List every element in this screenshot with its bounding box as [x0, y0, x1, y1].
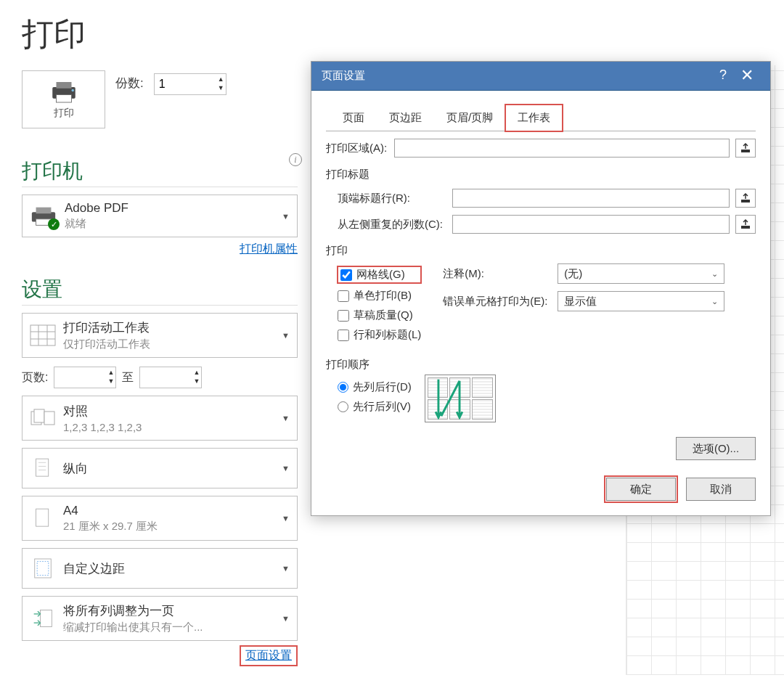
order-down-radio[interactable] [338, 382, 348, 393]
page-setup-link[interactable]: 页面设置 [245, 649, 292, 661]
comments-label: 注释(M): [443, 267, 552, 281]
tab-header-footer[interactable]: 页眉/页脚 [434, 105, 505, 131]
order-over-then-down-row[interactable]: 先行后列(V) [338, 400, 412, 414]
print-area-input[interactable] [394, 139, 730, 158]
chevron-down-icon: ⌄ [711, 297, 718, 306]
tab-margins[interactable]: 页边距 [377, 105, 434, 131]
copies-label: 份数: [115, 75, 144, 91]
gridlines-checkbox[interactable] [340, 269, 352, 281]
bw-checkbox[interactable] [338, 290, 349, 302]
chevron-down-icon: ▼ [282, 564, 290, 573]
printer-status: 就绪 [65, 217, 277, 231]
page-setup-link-highlight: 页面设置 [240, 645, 298, 666]
gridlines-checkbox-row[interactable]: 网格线(G) [338, 266, 421, 283]
printer-properties-link[interactable]: 打印机属性 [240, 242, 298, 255]
settings-section-header: 设置 [22, 276, 298, 306]
chevron-down-icon: ▼ [282, 331, 290, 340]
collate-selector[interactable]: 对照 1,2,3 1,2,3 1,2,3 ▼ [22, 396, 298, 441]
page-setup-dialog: 页面设置 ? ✕ 页面 页边距 页眉/页脚 工作表 打印区域(A): 打印标题 … [311, 61, 771, 516]
page-order-label: 打印顺序 [326, 358, 756, 372]
gridlines-label: 网格线(G) [356, 268, 405, 282]
collapse-dialog-icon[interactable] [735, 139, 756, 158]
chevron-down-icon: ▼ [282, 464, 290, 473]
printer-name: Adobe PDF [65, 201, 277, 216]
dialog-tabs: 页面 页边距 页眉/页脚 工作表 [326, 104, 756, 131]
svg-rect-19 [36, 509, 49, 526]
svg-rect-25 [741, 226, 750, 229]
printer-selector[interactable]: ✓ Adobe PDF 就绪 ▼ [22, 195, 298, 237]
pages-to-label: 至 [122, 370, 134, 385]
printer-icon [49, 79, 79, 105]
tab-page[interactable]: 页面 [330, 105, 377, 131]
chevron-down-icon: ⌄ [711, 269, 718, 279]
bw-label: 单色打印(B) [354, 289, 412, 303]
rowcol-checkbox-row[interactable]: 行和列标题(L) [338, 328, 421, 342]
print-group-label: 打印 [326, 244, 756, 258]
left-cols-label: 从左侧重复的列数(C): [338, 218, 446, 232]
dialog-titlebar[interactable]: 页面设置 ? ✕ [311, 62, 770, 91]
help-icon[interactable]: ? [719, 68, 727, 83]
order-down-then-over-row[interactable]: 先列后行(D) [338, 380, 412, 394]
print-titles-label: 打印标题 [326, 168, 756, 181]
ok-button[interactable]: 确定 [606, 478, 676, 501]
margins-selector[interactable]: 自定义边距 ▼ [22, 548, 298, 589]
svg-point-3 [71, 89, 74, 92]
chevron-down-icon: ▼ [282, 212, 290, 221]
pages-from-input[interactable]: ▲▼ [54, 367, 116, 388]
order-over-label: 先行后列(V) [353, 400, 411, 414]
printer-device-icon: ✓ [30, 205, 57, 228]
pages-to-input[interactable]: ▲▼ [139, 367, 202, 388]
svg-rect-2 [56, 95, 71, 103]
print-scope-selector[interactable]: 打印活动工作表 仅打印活动工作表 ▼ [22, 313, 298, 358]
draft-label: 草稿质量(Q) [354, 308, 413, 322]
portrait-icon [30, 454, 56, 482]
orientation-selector[interactable]: 纵向 ▼ [22, 448, 298, 488]
top-rows-input[interactable] [452, 189, 730, 208]
cancel-button[interactable]: 取消 [686, 478, 756, 501]
draft-checkbox[interactable] [338, 310, 349, 322]
svg-rect-22 [40, 610, 52, 627]
ready-check-icon: ✓ [48, 218, 60, 230]
paper-size-selector[interactable]: A4 21 厘米 x 29.7 厘米 ▼ [22, 496, 298, 541]
chevron-down-icon: ▼ [282, 614, 290, 623]
copies-field[interactable] [155, 76, 205, 92]
chevron-down-icon: ▼ [282, 414, 290, 422]
svg-rect-7 [30, 325, 55, 345]
bw-checkbox-row[interactable]: 单色打印(B) [338, 289, 421, 303]
left-cols-input[interactable] [452, 215, 730, 234]
scaling-selector[interactable]: 将所有列调整为一页 缩减打印输出使其只有一个... ▼ [22, 596, 298, 641]
info-icon[interactable]: i [289, 153, 302, 166]
errors-select[interactable]: 显示值⌄ [558, 291, 724, 311]
comments-select[interactable]: (无)⌄ [558, 263, 724, 284]
page-icon [30, 504, 56, 532]
page-order-preview [425, 375, 496, 422]
copies-input[interactable]: ▲▼ [154, 73, 226, 95]
svg-rect-1 [56, 82, 71, 89]
rowcol-label: 行和列标题(L) [354, 328, 421, 342]
dialog-title: 页面设置 [322, 69, 365, 83]
close-icon[interactable]: ✕ [732, 66, 761, 85]
order-over-radio[interactable] [338, 401, 348, 412]
svg-rect-23 [741, 150, 750, 152]
svg-rect-24 [741, 200, 750, 203]
tab-sheet[interactable]: 工作表 [505, 105, 563, 131]
print-button[interactable]: 打印 [22, 70, 105, 128]
collapse-dialog-icon[interactable] [735, 189, 756, 208]
draft-checkbox-row[interactable]: 草稿质量(Q) [338, 308, 421, 322]
top-rows-label: 顶端标题行(R): [338, 192, 446, 205]
collapse-dialog-icon[interactable] [735, 215, 756, 234]
worksheet-icon [30, 322, 56, 349]
svg-rect-13 [34, 409, 44, 422]
page-title: 打印 [22, 13, 298, 56]
chevron-down-icon: ▼ [282, 514, 290, 523]
errors-label: 错误单元格打印为(E): [443, 295, 552, 308]
fit-columns-icon [30, 605, 56, 632]
svg-rect-5 [36, 207, 52, 213]
order-down-label: 先列后行(D) [353, 380, 412, 394]
margins-icon [30, 555, 56, 582]
printer-section-header: 打印机 i [22, 158, 298, 187]
copies-spinner[interactable]: ▲▼ [218, 75, 224, 92]
rowcol-checkbox[interactable] [338, 330, 349, 341]
options-button[interactable]: 选项(O)... [676, 437, 756, 460]
pages-label: 页数: [22, 370, 48, 385]
